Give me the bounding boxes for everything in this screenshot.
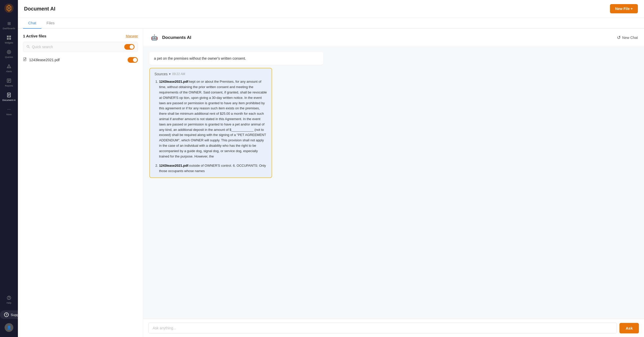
sources-label: Sources — [154, 72, 168, 76]
svg-point-8 — [9, 67, 9, 68]
chat-input[interactable] — [148, 323, 617, 333]
sidebar-item-label: Dashboards — [3, 27, 15, 30]
reports-icon — [6, 78, 12, 83]
manage-link[interactable]: Manage — [126, 34, 138, 38]
tab-chat[interactable]: Chat — [23, 18, 41, 29]
svg-rect-1 — [7, 36, 9, 37]
search-toggle[interactable] — [124, 44, 135, 50]
sidebar-item-label: Queries — [5, 56, 13, 58]
more-icon: ··· — [6, 107, 12, 112]
sources-list: 1243lease2021.pdf:kept on or about the P… — [154, 79, 267, 174]
widgets-icon — [6, 35, 12, 40]
search-icon — [26, 45, 30, 49]
sidebar-nav: ⊞ Dashboards Widgets Queries Alerts Re — [0, 18, 18, 293]
new-file-button[interactable]: New File + — [610, 4, 638, 13]
tab-files[interactable]: Files — [41, 18, 60, 29]
sidebar-item-label: More — [6, 113, 12, 116]
sidebar-item-queries[interactable]: Queries — [0, 47, 18, 60]
svg-point-6 — [8, 51, 10, 53]
alerts-icon — [6, 64, 12, 69]
queries-icon — [6, 49, 12, 55]
sidebar-item-alerts[interactable]: Alerts — [0, 61, 18, 75]
search-bar[interactable]: Quick search — [23, 42, 138, 52]
message-bubble: a pet on the premises without the owner'… — [149, 52, 323, 65]
file-name: 1243lease2021.pdf — [29, 58, 60, 62]
search-placeholder-text: Quick search — [32, 45, 53, 49]
svg-point-19 — [27, 45, 29, 47]
app-title: Document AI — [24, 6, 55, 12]
left-panel: 1 Active files Manage Quick search 1 — [18, 29, 143, 337]
file-item: 1243lease2021.pdf — [23, 56, 138, 64]
sidebar: ⊞ Dashboards Widgets Queries Alerts Re — [0, 0, 18, 337]
new-chat-label: New Chat — [622, 36, 638, 40]
file-doc-icon — [23, 57, 27, 62]
sidebar-item-label: Widgets — [5, 41, 13, 44]
search-left: Quick search — [26, 45, 53, 49]
sidebar-item-reports[interactable]: Reports — [0, 76, 18, 89]
app-header: Document AI New File + — [18, 0, 644, 18]
sidebar-bottom: Help ? Support 👤 — [0, 293, 18, 334]
message-text: a pet on the premises without the owner'… — [154, 56, 246, 60]
dashboards-icon: ⊞ — [6, 20, 12, 26]
chat-agent-avatar: 🤖 — [149, 33, 159, 43]
sidebar-item-label: Reports — [5, 85, 13, 87]
chat-agent-name: Documents AI — [162, 35, 191, 40]
source-filename-2: 1243lease2021.pdf — [159, 164, 188, 167]
chevron-down-icon[interactable]: ▾ — [169, 72, 171, 76]
ask-button[interactable]: Ask — [619, 323, 639, 333]
svg-point-18 — [9, 299, 9, 299]
sources-time: 09:22 AM — [172, 72, 185, 76]
chat-header: 🤖 Documents AI ↺ New Chat — [143, 29, 644, 47]
help-icon — [6, 295, 12, 301]
document-ai-icon — [6, 92, 12, 98]
tab-bar: Chat Files — [18, 18, 644, 29]
file-toggle[interactable] — [128, 57, 138, 63]
sidebar-help-label: Help — [7, 302, 12, 304]
sidebar-item-help[interactable]: Help — [0, 293, 18, 306]
source-item-1: 1243lease2021.pdf:kept on or about the P… — [159, 79, 267, 159]
active-files-title: 1 Active files — [23, 34, 46, 38]
source-filename-1: 1243lease2021.pdf — [159, 80, 188, 83]
sidebar-item-more[interactable]: ··· More — [0, 104, 18, 118]
sidebar-item-document-ai[interactable]: Document AI — [0, 90, 18, 103]
sources-box: Sources ▾ 09:22 AM 1243lease2021.pdf:kep… — [149, 68, 272, 178]
new-chat-button[interactable]: ↺ New Chat — [617, 35, 638, 40]
sidebar-item-label: Alerts — [6, 70, 12, 73]
svg-line-20 — [29, 47, 30, 48]
chat-input-area: Ask — [143, 319, 644, 337]
active-files-header: 1 Active files Manage — [23, 34, 138, 38]
svg-rect-2 — [9, 36, 11, 37]
sidebar-item-dashboards[interactable]: ⊞ Dashboards — [0, 18, 18, 32]
main-area: Document AI New File + Chat Files 1 Acti… — [18, 0, 644, 337]
source-item-2: 1243lease2021.pdf:outside of OWNER'S con… — [159, 163, 267, 174]
file-left: 1243lease2021.pdf — [23, 57, 60, 62]
sources-header: Sources ▾ 09:22 AM — [154, 72, 267, 76]
svg-rect-3 — [7, 38, 9, 40]
svg-point-5 — [7, 50, 11, 54]
content-area: 1 Active files Manage Quick search 1 — [18, 29, 644, 337]
app-logo[interactable] — [4, 3, 14, 13]
sidebar-item-label: Document AI — [2, 99, 16, 101]
svg-rect-4 — [9, 38, 11, 40]
chat-panel: 🤖 Documents AI ↺ New Chat a pet on the p… — [143, 29, 644, 337]
refresh-icon: ↺ — [617, 35, 621, 40]
chat-messages: a pet on the premises without the owner'… — [143, 47, 644, 319]
chat-header-left: 🤖 Documents AI — [149, 33, 191, 43]
source-text-1: :kept on or about the Premises, for any … — [159, 80, 267, 158]
sidebar-item-widgets[interactable]: Widgets — [0, 33, 18, 46]
support-icon: ? — [4, 312, 9, 317]
user-avatar[interactable]: 👤 — [5, 323, 13, 332]
